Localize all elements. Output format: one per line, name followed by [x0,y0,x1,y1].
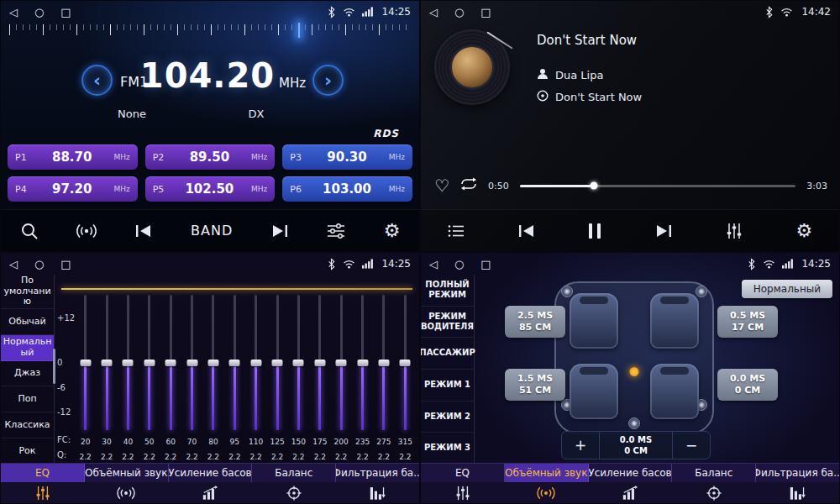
eq-band-slider[interactable] [127,295,129,430]
home-icon[interactable]: ○ [34,6,44,18]
back-icon[interactable]: ◁ [9,6,18,18]
pause-icon[interactable] [589,223,601,239]
eq-band-slider[interactable] [361,295,364,430]
previous-station-icon[interactable] [134,224,153,238]
eq-band-slider[interactable] [148,295,150,430]
album-art[interactable] [436,31,508,103]
frequency-ruler[interactable] [9,24,411,55]
tab-balance[interactable]: Баланс [672,464,756,482]
repeat-icon[interactable] [460,177,477,194]
eq-band-knob[interactable] [378,360,389,366]
preset-list-scrollbar[interactable] [53,349,55,384]
rear-right-seat[interactable] [650,364,699,419]
tab-eq[interactable]: EQ [1,464,85,482]
eq-band-knob[interactable] [207,360,218,366]
settings-gear-icon[interactable]: ⚙ [796,222,813,240]
speaker-rear-center-icon[interactable] [628,417,640,429]
eq-preset-item[interactable]: Джаз [1,361,54,387]
dx-mode-label[interactable]: DX [249,108,265,120]
tab-surround[interactable]: Объёмный звук [505,464,589,482]
home-icon[interactable]: ○ [454,6,464,18]
bass-boost-chart-icon[interactable] [168,482,252,503]
next-station-icon[interactable] [270,224,289,238]
equalizer-sliders-icon[interactable] [726,223,743,239]
eq-band-knob[interactable] [165,360,176,366]
eq-band-knob[interactable] [250,360,261,366]
surround-preset-button[interactable]: Нормальный [742,280,832,298]
rear-left-delay-button[interactable]: 1.5 MS 51 CM [505,369,565,401]
next-track-icon[interactable] [654,224,673,238]
eq-band-knob[interactable] [336,360,347,366]
eq-sliders-icon[interactable] [1,482,85,503]
eq-band-knob[interactable] [293,360,304,366]
eq-band-slider[interactable] [404,295,407,430]
speaker-front-right-icon[interactable] [696,286,707,297]
eq-band-slider[interactable] [255,295,257,430]
passenger-seat[interactable] [650,293,699,349]
radio-preset-button[interactable]: P5 102.50 MHz [145,176,276,202]
seek-up-button[interactable]: › [312,65,344,96]
eq-band-slider[interactable] [297,295,300,430]
eq-band-slider[interactable] [318,295,321,430]
eq-preset-item[interactable]: Обычай [1,309,54,335]
radio-preset-button[interactable]: P1 88.70 MHz [8,144,138,170]
recents-icon[interactable]: □ [480,6,491,18]
bass-boost-chart-icon[interactable] [588,482,672,503]
listening-mode-item[interactable]: РЕЖИМ ВОДИТЕЛЯ [421,307,474,339]
eq-band-knob[interactable] [400,360,411,366]
search-icon[interactable] [20,222,39,240]
eq-band-knob[interactable] [272,360,283,366]
eq-preset-item[interactable]: Классика [1,412,54,438]
filter-bars-icon[interactable] [755,482,839,503]
eq-band-slider[interactable] [234,295,236,430]
speaker-front-left-icon[interactable] [561,286,573,297]
eq-preset-item[interactable]: По умолчанию [1,275,54,309]
home-icon[interactable]: ○ [454,258,464,270]
eq-band-slider[interactable] [106,295,108,430]
favorite-heart-icon[interactable]: ♡ [434,177,449,194]
recents-icon[interactable]: □ [480,258,491,270]
eq-preset-item[interactable]: Поп [1,386,54,412]
eq-band-knob[interactable] [123,360,134,366]
tab-surround[interactable]: Объёмный звук [85,464,169,482]
seek-bar[interactable] [520,185,796,187]
surround-broadcast-icon[interactable] [505,482,589,503]
rear-right-delay-button[interactable]: 0.0 MS 0 CM [717,369,778,401]
eq-band-slider[interactable] [340,295,343,430]
eq-band-knob[interactable] [229,360,240,366]
tab-filter[interactable]: Фильтрация ба... [336,464,419,482]
eq-band-slider[interactable] [276,295,279,430]
eq-band-knob[interactable] [357,360,368,366]
home-icon[interactable]: ○ [34,258,44,270]
eq-band-slider[interactable] [170,295,172,430]
playlist-icon[interactable] [448,224,465,238]
eq-preset-item[interactable]: Рок [1,438,54,465]
tab-bass-boost[interactable]: Усиление басов [589,464,673,482]
radio-preset-button[interactable]: P4 97.20 MHz [8,176,138,202]
recents-icon[interactable]: □ [60,6,71,18]
eq-band-knob[interactable] [144,360,155,366]
surround-broadcast-icon[interactable] [85,482,169,503]
listening-mode-item[interactable]: ПАССАЖИР [421,338,474,370]
eq-band-knob[interactable] [80,360,91,366]
eq-band-slider[interactable] [382,295,385,430]
delay-decrease-button[interactable]: − [673,432,710,459]
front-right-delay-button[interactable]: 0.5 MS 17 CM [717,306,778,338]
broadcast-scan-icon[interactable] [76,223,97,239]
back-icon[interactable]: ◁ [429,6,438,18]
band-button[interactable]: BAND [191,223,233,239]
radio-preset-button[interactable]: P3 90.30 MHz [282,144,412,170]
eq-band-knob[interactable] [102,360,113,366]
filter-bars-icon[interactable] [335,482,419,503]
balance-target-icon[interactable] [672,482,756,503]
back-icon[interactable]: ◁ [9,258,18,270]
listening-mode-item[interactable]: РЕЖИМ 1 [421,370,474,402]
driver-seat[interactable] [570,293,618,349]
tab-balance[interactable]: Баланс [252,464,336,482]
seek-bar-knob[interactable] [591,182,598,190]
tab-bass-boost[interactable]: Усиление басов [169,464,253,482]
delay-increase-button[interactable]: + [562,432,599,459]
front-left-delay-button[interactable]: 2.5 MS 85 CM [505,306,565,338]
listening-mode-item[interactable]: РЕЖИМ 2 [421,402,474,433]
eq-band-slider[interactable] [212,295,214,430]
